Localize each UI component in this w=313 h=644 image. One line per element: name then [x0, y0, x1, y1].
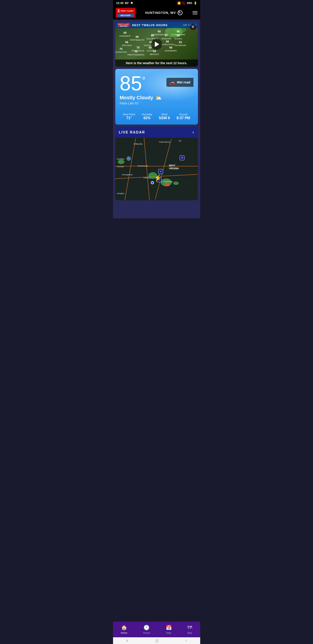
wind-label: Wind: [159, 113, 170, 116]
lightning-icon: ⚡: [154, 174, 162, 182]
video-wrapper[interactable]: FIRST ALERT WEATHER NEXT TWELVE HOURS SA…: [115, 22, 198, 67]
map-city-ashland: Ashland: [143, 177, 151, 179]
video-caption: Here is the weather for the next 12 hour…: [115, 60, 198, 67]
highway-77-1: 77: [158, 169, 163, 174]
temp-spencer: 67SPENCER: [162, 34, 171, 40]
first-alert-badge: FIRST ALERT WEATHER: [117, 23, 130, 27]
battery-percent: 69%: [187, 2, 192, 5]
weather-card: 85 ° 🚗 Wet road Mostly Cloudy ⛅ Feels Li…: [115, 69, 198, 124]
status-time: 12:30: [116, 1, 124, 5]
temp-grayson: 68GRAYSON: [122, 41, 132, 47]
condition-icon: ⛅: [155, 94, 162, 101]
temp-lexington: 70LEXINGTON: [115, 48, 127, 54]
dew-point-value: 71°: [123, 116, 135, 120]
radar-title: LIVE RADAR: [119, 130, 145, 134]
location-text: HUNTINGTON, WV: [145, 11, 176, 14]
highway-71: 71: [127, 156, 131, 160]
menu-button[interactable]: [193, 11, 198, 14]
map-city-mc: Mc: [179, 140, 181, 142]
map-city-lexington: exington: [117, 192, 124, 194]
video-header-bar: FIRST ALERT WEATHER NEXT TWELVE HOURS SA…: [115, 22, 198, 28]
wet-road-icon: 🚗: [170, 80, 175, 85]
map-city-georgetown: Georgetown: [122, 174, 133, 176]
wifi-icon: 📶: [177, 2, 181, 5]
radar-header[interactable]: LIVE RADAR ›: [115, 127, 198, 138]
condition-text: Mostly Cloudy: [120, 95, 153, 100]
humidity-detail: Humidity 62%: [142, 113, 152, 120]
map-city-cincinnati: ncinnati: [117, 166, 124, 168]
highway-79: 79: [180, 156, 185, 160]
temp-value: 85: [120, 73, 142, 94]
play-triangle-icon: [155, 42, 159, 47]
sunset-detail: Sunset 8:37 PM: [177, 113, 190, 120]
temp-prestonsburg: 70PRESTONSBURG: [128, 50, 144, 56]
temp-beckley: 68BECKLEY: [150, 50, 159, 56]
wind-detail: Wind SSW 6: [159, 113, 170, 120]
humidity-label: Humidity: [142, 113, 152, 116]
app-header: 3 FIRST ALERT WEATHER HUNTINGTON, WV 🔍: [113, 6, 200, 20]
map-city-charleston: Charleston: [163, 180, 173, 183]
wind-value: SSW 6: [159, 116, 170, 120]
degree-symbol: °: [142, 76, 146, 84]
map-city-hamilton: hamilton: [117, 158, 124, 160]
wet-road-text: Wet road: [177, 80, 190, 84]
search-icon[interactable]: 🔍: [178, 10, 183, 15]
battery-icon: 🔋: [194, 2, 197, 5]
mute-button[interactable]: 🔇: [190, 24, 196, 30]
block-icon: 🚫: [182, 2, 185, 5]
temp-charleston: 66CHARLESTON: [161, 40, 174, 46]
status-left: 12:30 85° ✖: [116, 1, 133, 5]
radar-map[interactable]: hamilton Chillicothe Parkersburg ncinnat…: [115, 138, 198, 200]
map-background: hamilton Chillicothe Parkersburg ncinnat…: [115, 138, 198, 200]
sunset-label: Sunset: [177, 113, 190, 116]
dew-point-detail: Dew Point 71°: [123, 113, 135, 120]
condition-row: Mostly Cloudy ⛅: [120, 94, 194, 101]
map-city-parkersburg: Parkersburg: [159, 141, 170, 143]
temp-elkins: 65ELKINS: [175, 34, 182, 40]
map-city-chillicothe: Chillicothe: [133, 143, 143, 145]
sunset-value: 8:37 PM: [177, 116, 190, 120]
map-region-wv: WESTVIRGINIA: [169, 164, 179, 170]
status-right: 📶 🚫 69% 🔋: [177, 2, 197, 5]
video-title: NEXT TWELVE HOURS: [132, 24, 168, 27]
temp-lewisburg: 68LEWISBURG: [165, 46, 177, 52]
map-city-portsmouth: Portsmouth: [137, 165, 148, 167]
status-temp: 85°: [125, 1, 129, 5]
status-bar: 12:30 85° ✖ 📶 🚫 69% 🔋: [113, 0, 200, 6]
main-content: FIRST ALERT WEATHER NEXT TWELVE HOURS SA…: [113, 20, 200, 218]
logo-number: 3: [117, 9, 120, 14]
weather-details: Dew Point 71° Humidity 62% Wind SSW 6 Su…: [120, 110, 194, 120]
feels-like-text: Feels Like 91°: [120, 102, 194, 105]
weather-content: 85 ° 🚗 Wet road Mostly Cloudy ⛅ Feels Li…: [120, 73, 194, 120]
current-location-dot: [151, 181, 154, 184]
logo-firstalert: FIRST ALERT: [121, 10, 134, 12]
wet-road-badge: 🚗 Wet road: [166, 78, 194, 87]
dew-point-label: Dew Point: [123, 113, 135, 116]
header-location: HUNTINGTON, WV 🔍: [145, 10, 183, 15]
logo-weather: WEATHER: [117, 14, 134, 17]
badge-weather: WEATHER: [118, 25, 130, 27]
radar-chevron-icon: ›: [193, 130, 194, 134]
video-card: FIRST ALERT WEATHER NEXT TWELVE HOURS SA…: [115, 22, 198, 67]
app-logo: 3 FIRST ALERT WEATHER: [116, 8, 135, 18]
humidity-value: 62%: [142, 116, 152, 120]
radar-card[interactable]: LIVE RADAR › hamilton Chillicothe: [115, 127, 198, 200]
play-button[interactable]: [151, 39, 162, 50]
status-icon: ✖: [130, 1, 133, 5]
temp-portsmouth: 68PORTSMOUTH: [130, 35, 144, 41]
temp-cincinnati: 69CINCINNATI: [119, 31, 131, 37]
badge-text: FIRST ALERT: [118, 23, 130, 25]
